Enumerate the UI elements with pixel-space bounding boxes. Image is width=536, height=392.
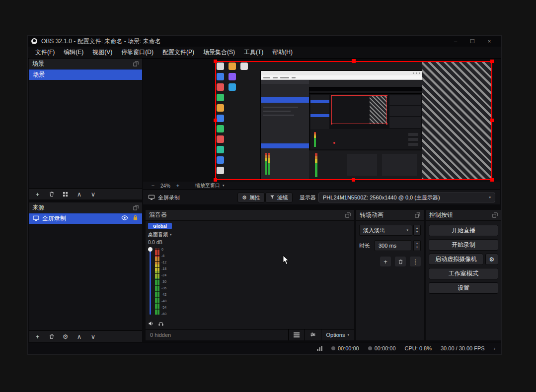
menu-tools[interactable]: 工具(T)	[239, 47, 268, 58]
volume-fader-track	[150, 249, 151, 315]
global-badge: Global	[148, 223, 172, 229]
meter-scale-label: -24	[161, 273, 166, 277]
minimize-button[interactable]: –	[447, 38, 464, 45]
settings-button[interactable]: 设置	[429, 282, 498, 294]
grid-mode-icon[interactable]	[62, 192, 69, 197]
selection-handle[interactable]	[352, 178, 355, 182]
popout-icon[interactable]	[492, 212, 498, 218]
visibility-eye-icon[interactable]	[121, 215, 128, 222]
start-recording-button[interactable]: 开始录制	[429, 239, 498, 251]
scenes-dock-title: 场景	[32, 60, 44, 68]
close-button[interactable]: ×	[481, 38, 498, 45]
menu-profile[interactable]: 配置文件(P)	[158, 47, 199, 58]
status-bar: 00:00:00 00:00:00 CPU: 0.8% 30.00 / 30.0…	[28, 342, 501, 354]
desktop-icon	[229, 73, 236, 80]
headphones-icon[interactable]	[158, 320, 164, 328]
status-expand-chevron-icon[interactable]: ›	[494, 346, 495, 351]
transition-spinner[interactable]: ▴▾	[413, 225, 421, 236]
menu-docks[interactable]: 停靠窗口(D)	[117, 47, 158, 58]
selection-handle[interactable]	[214, 178, 217, 182]
remove-source-icon[interactable]	[48, 333, 55, 339]
selection-handle[interactable]	[214, 60, 217, 63]
zoom-in-button[interactable]: +	[175, 183, 181, 189]
add-source-icon[interactable]: +	[34, 333, 41, 340]
menu-help[interactable]: 帮助(H)	[268, 47, 297, 58]
add-transition-button[interactable]: +	[380, 257, 391, 266]
desktop-icon	[217, 135, 224, 143]
menu-scene-collection[interactable]: 场景集合(S)	[199, 47, 239, 58]
meter-ticks	[155, 249, 159, 315]
scene-list-item[interactable]: 场景	[29, 69, 142, 80]
filters-button[interactable]: 滤镜	[265, 193, 293, 202]
maximize-button[interactable]: ☐	[464, 38, 481, 45]
selection-handle[interactable]	[490, 119, 494, 122]
selection-handle[interactable]	[214, 119, 217, 122]
speaker-icon[interactable]	[148, 320, 154, 328]
captured-window	[260, 70, 422, 180]
menu-file[interactable]: 文件(F)	[31, 47, 59, 58]
scenes-dock-header: 场景	[29, 59, 142, 69]
popout-icon[interactable]	[133, 61, 139, 66]
meter-scale-label: -48	[161, 299, 166, 303]
duration-label: 时长	[359, 242, 373, 250]
start-streaming-button[interactable]: 开始直播	[429, 225, 498, 236]
source-name: 全屏录制	[42, 214, 66, 223]
virtual-camera-settings-button[interactable]: ⚙	[485, 254, 498, 265]
remove-transition-button[interactable]	[395, 257, 406, 266]
mixer-footer: 0 hidden Options ▾	[146, 329, 354, 340]
menu-edit[interactable]: 编辑(E)	[59, 47, 88, 58]
duration-spinner[interactable]: ▴▾	[413, 240, 421, 251]
chevron-down-icon: ▾	[489, 196, 491, 199]
source-list-item[interactable]: 全屏录制	[29, 213, 142, 224]
zoom-level: 24%	[160, 183, 170, 189]
advanced-audio-button[interactable]	[305, 329, 321, 340]
preview-canvas[interactable]	[215, 61, 492, 180]
popout-icon[interactable]	[415, 212, 420, 218]
scenes-toolbar: + ∧ ∨	[29, 188, 142, 199]
remove-scene-icon[interactable]	[48, 191, 55, 197]
volume-meter: 0-6-12-18-24-30-36-42-48-54-60	[148, 247, 178, 317]
zoom-out-button[interactable]: −	[150, 183, 156, 189]
sources-dock-header: 来源	[29, 202, 142, 213]
desktop-icon	[217, 115, 224, 122]
menu-view[interactable]: 视图(V)	[88, 47, 117, 58]
zoom-fit-dropdown[interactable]: 缩放至窗口 ▾	[195, 182, 225, 189]
desktop-icon	[240, 63, 248, 70]
captured-window-body	[261, 80, 422, 180]
transition-menu-kebab-icon[interactable]: ⋮	[410, 257, 421, 266]
popout-icon[interactable]	[133, 205, 139, 210]
lock-icon[interactable]	[133, 215, 138, 222]
volume-fader-knob[interactable]	[148, 247, 153, 252]
source-properties-gear-icon[interactable]: ⚙	[62, 333, 69, 340]
start-virtual-camera-button[interactable]: 启动虚拟摄像机	[429, 254, 483, 265]
move-scene-down-icon[interactable]: ∨	[90, 191, 96, 198]
hidden-count-label: 0 hidden	[146, 329, 171, 340]
mixer-layout-button[interactable]	[288, 329, 305, 340]
properties-button[interactable]: ⚙ 属性	[237, 193, 265, 202]
options-button[interactable]: Options ▾	[321, 329, 354, 340]
transition-select[interactable]: 淡入淡出 ▾	[359, 225, 412, 236]
controls-body: 开始直播 开始录制 启动虚拟摄像机 ⚙ 工作室模式 设置	[426, 221, 501, 298]
sources-dock-title: 来源	[32, 203, 44, 212]
duration-input[interactable]: 300 ms	[375, 240, 411, 251]
window-title: OBS 32.1.0 - 配置文件: 未命名 - 场景: 未命名	[41, 37, 161, 46]
display-select[interactable]: PHL24M1N5500Z: 2560x1440 @ 0,0 (主显示器) ▾	[318, 193, 495, 202]
channel-name-dropdown[interactable]: 桌面音频 ▾	[148, 231, 178, 238]
selection-handle[interactable]	[490, 60, 494, 63]
move-source-down-icon[interactable]: ∨	[90, 333, 96, 340]
preview-zoom-bar: − 24% + 缩放至窗口 ▾	[143, 182, 500, 190]
add-scene-icon[interactable]: +	[34, 191, 41, 198]
meter-scale-label: -42	[161, 293, 166, 296]
controls-header: 控制按钮	[426, 210, 501, 221]
studio-mode-button[interactable]: 工作室模式	[429, 268, 498, 279]
move-scene-up-icon[interactable]: ∧	[76, 191, 82, 198]
source-context-toolbar: 全屏录制 ⚙ 属性 滤镜 显示器 PHL24M1N5500Z: 2560x144…	[143, 190, 500, 204]
move-source-up-icon[interactable]: ∧	[76, 333, 82, 340]
fps-indicator: 30.00 / 30.00 FPS	[441, 345, 485, 351]
popout-icon[interactable]	[345, 212, 351, 218]
mouse-cursor	[283, 255, 290, 267]
selection-handle[interactable]	[352, 59, 356, 63]
desktop-icon	[217, 104, 224, 112]
selection-handle[interactable]	[490, 178, 494, 182]
desktop-icon	[217, 167, 224, 174]
